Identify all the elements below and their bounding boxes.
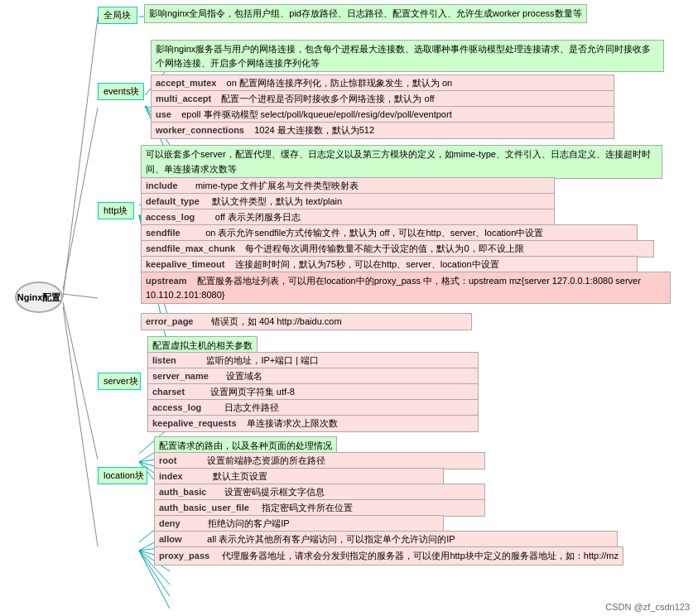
events-prop-worker-connections: worker_connections 1024 最大连接数，默认为512 bbox=[151, 122, 614, 139]
server-prop-listen: listen 监听的地址，IP+端口 | 端口 bbox=[147, 352, 479, 369]
http-prop-keepalive-timeout: keepalive_timeout 连接超时时间，默认为75秒，可以在http、… bbox=[141, 256, 638, 273]
http-prop-error-page: error_page 错误页，如 404 http://baidu.com bbox=[141, 313, 472, 330]
diagram-container: Nginx配置 全局块 影响nginx全局指令，包括用户组、pid存放路径、日志… bbox=[0, 0, 698, 616]
watermark: CSDN @zf_csdn123 bbox=[605, 602, 690, 612]
location-prop-deny: deny 拒绝访问的客户端IP bbox=[154, 515, 444, 532]
server-prop-keepalive-requests: keepalive_requests 单连接请求次上限次数 bbox=[147, 415, 479, 432]
section-http: http块 bbox=[98, 202, 134, 219]
location-prop-root: root 设置前端静态资源的所在路径 bbox=[154, 452, 485, 469]
http-prop-default-type: default_type 默认文件类型，默认为 text/plain bbox=[141, 193, 555, 210]
location-prop-auth-basic-user-file: auth_basic_user_file 指定密码文件所在位置 bbox=[154, 499, 485, 517]
http-prop-include: include mime-type 文件扩展名与文件类型映射表 bbox=[141, 177, 555, 195]
section-location: location块 bbox=[98, 467, 147, 484]
http-prop-sendfile-max-chunk: sendfile_max_chunk 每个进程每次调用传输数量不能大于设定的值，… bbox=[141, 240, 654, 257]
http-prop-upstream: upstream 配置服务器地址列表，可以用在location中的proxy_p… bbox=[141, 272, 671, 304]
section-events: events块 bbox=[98, 83, 144, 100]
events-prop-multi-accept: multi_accept 配置一个进程是否同时接收多个网络连接，默认为 off bbox=[151, 90, 614, 108]
section-global: 全局块 bbox=[98, 7, 137, 24]
http-desc: 可以嵌套多个server，配置代理、缓存、日志定义以及第三方模块的定义，如mim… bbox=[141, 145, 662, 179]
svg-line-0 bbox=[63, 17, 98, 297]
location-prop-proxy-pass: proxy_pass 代理服务器地址，请求会分发到指定的服务器，可以使用http… bbox=[154, 546, 623, 565]
global-desc: 影响nginx全局指令，包括用户组、pid存放路径、日志路径、配置文件引入、允许… bbox=[144, 4, 587, 23]
svg-line-4 bbox=[63, 306, 98, 546]
http-prop-sendfile: sendfile on 表示允许sendfile方式传输文件，默认为 off，可… bbox=[141, 224, 638, 242]
svg-line-1 bbox=[63, 108, 98, 290]
svg-line-3 bbox=[63, 302, 98, 460]
events-prop-accept-mutex: accept_mutex on 配置网络连接序列化，防止惊群现象发生，默认为 o… bbox=[151, 75, 614, 92]
center-label: Nginx配置 bbox=[17, 291, 61, 304]
location-prop-allow: allow all 表示允许其他所有客户端访问，可以指定单个允许访问的IP bbox=[154, 531, 618, 548]
svg-line-2 bbox=[63, 294, 98, 298]
server-prop-charset: charset 设置网页字符集 utf-8 bbox=[147, 383, 479, 401]
location-prop-index: index 默认主页设置 bbox=[154, 468, 444, 485]
location-prop-auth-basic: auth_basic 设置密码提示框文字信息 bbox=[154, 484, 485, 501]
server-prop-server-name: server_name 设置域名 bbox=[147, 368, 479, 385]
http-prop-access-log: access_log off 表示关闭服务日志 bbox=[141, 209, 555, 226]
events-prop-use: use epoll 事件驱动模型 select/poll/kqueue/epol… bbox=[151, 106, 614, 123]
server-prop-access-log: access_log 日志文件路径 bbox=[147, 399, 479, 416]
center-node: Nginx配置 bbox=[15, 282, 63, 313]
section-server: server块 bbox=[98, 373, 141, 390]
events-desc: 影响nginx服务器与用户的网络连接，包含每个进程最大连接数、选取哪种事件驱动模… bbox=[151, 40, 664, 72]
